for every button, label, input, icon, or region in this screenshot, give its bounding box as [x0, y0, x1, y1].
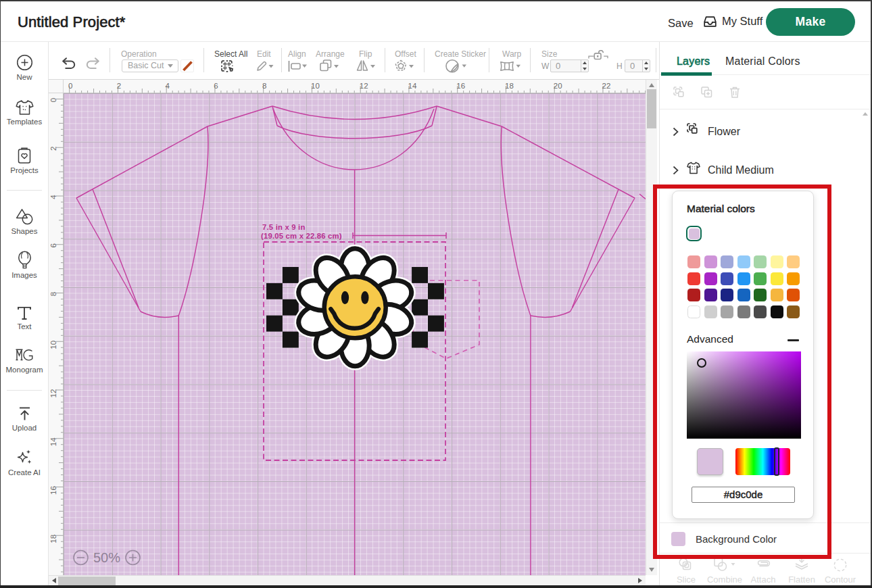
palette-swatch-a825c6[interactable] [704, 272, 717, 285]
palette-swatch-1565c0[interactable] [737, 289, 750, 301]
background-color-swatch[interactable] [671, 532, 685, 546]
scroll-left-icon[interactable] [52, 578, 56, 583]
palette-swatch-ffffff[interactable] [687, 305, 700, 318]
palette-swatch-1a2384[interactable] [721, 289, 733, 301]
selected-material-color[interactable] [686, 226, 702, 241]
palette-swatch-8a5a18[interactable] [787, 305, 800, 318]
chevron-right-icon[interactable] [673, 127, 679, 137]
save-button[interactable]: Save [668, 17, 694, 30]
create-sticker-icon[interactable] [445, 59, 467, 74]
palette-swatch-4a4a4a[interactable] [754, 305, 767, 318]
group-layer-icon [687, 123, 700, 135]
edit-label[interactable]: Edit [257, 49, 271, 59]
palette-swatch-ef9a9a[interactable] [687, 255, 700, 268]
sidebar-item-upload[interactable]: Upload [0, 406, 49, 432]
palette-swatch-90caf9[interactable] [737, 255, 750, 268]
svg-text:14: 14 [408, 82, 417, 90]
arrange-icon[interactable] [320, 59, 340, 72]
tab-layers[interactable]: Layers [677, 55, 710, 68]
width-input[interactable]: 0 [550, 59, 589, 72]
palette-swatch-ffcc80[interactable] [787, 255, 800, 268]
select-all-label[interactable]: Select All [214, 49, 247, 59]
palette-swatch-fff59d[interactable] [771, 255, 783, 268]
arrange-label[interactable]: Arrange [316, 49, 345, 59]
palette-swatch-2196f3[interactable] [737, 272, 750, 285]
operation-dropdown[interactable]: Basic Cut [122, 59, 178, 72]
create-sticker-label[interactable]: Create Sticker [435, 49, 486, 59]
lock-open-icon[interactable] [588, 50, 608, 61]
background-color-row[interactable]: Background Color [660, 526, 872, 553]
upload-icon [0, 406, 49, 422]
offset-icon[interactable] [395, 59, 414, 73]
offset-label[interactable]: Offset [395, 49, 416, 59]
hue-slider-handle[interactable] [774, 447, 779, 476]
align-icon[interactable] [288, 61, 307, 72]
hex-color-input[interactable]: #d9c0de [692, 487, 795, 503]
my-stuff-button[interactable]: My Stuff [704, 15, 762, 28]
height-input[interactable]: 0 [625, 59, 650, 72]
sidebar-item-new[interactable]: New [0, 54, 49, 81]
palette-swatch-9fa8da[interactable] [721, 255, 733, 268]
sidebar-item-label: Monogram [0, 366, 49, 374]
palette-swatch-7a7a7a[interactable] [737, 305, 750, 318]
width-stepper[interactable] [581, 60, 588, 72]
flip-icon[interactable] [356, 59, 375, 72]
align-label[interactable]: Align [288, 49, 306, 59]
palette-swatch-ce93d8[interactable] [704, 255, 717, 268]
collapse-icon[interactable] [788, 339, 799, 341]
palette-swatch-ef3b33[interactable] [687, 272, 700, 285]
palette-swatch-fce839[interactable] [771, 272, 783, 285]
palette-swatch-f5b63e[interactable] [771, 289, 783, 301]
layer-row-child-medium[interactable]: Child Medium [660, 151, 872, 189]
tool-contour[interactable]: Contour [820, 558, 861, 586]
palette-swatch-a5a5a5[interactable] [721, 305, 733, 318]
design-mat[interactable]: 7.5 in x 9 in(19.05 cm x 22.86 cm)50% [64, 93, 646, 575]
redo-icon[interactable] [84, 57, 101, 70]
saturation-gradient[interactable] [687, 351, 801, 439]
horizontal-scroll-thumb[interactable] [58, 577, 116, 585]
palette-swatch-4caf50[interactable] [754, 272, 767, 285]
pen-color-swatch[interactable] [180, 59, 194, 72]
design-canvas[interactable]: 0246810121416182022 024681012141618 7.5 … [49, 80, 659, 585]
sidebar-item-monogram[interactable]: Monogram [0, 348, 49, 374]
sidebar-item-text[interactable]: Text [0, 305, 49, 330]
tab-material-colors[interactable]: Material Colors [725, 55, 800, 68]
group-icon[interactable] [673, 87, 685, 98]
palette-swatch-e05206[interactable] [787, 289, 800, 301]
warp-label[interactable]: Warp [502, 49, 521, 59]
palette-swatch-3d4db7[interactable] [721, 272, 733, 285]
scroll-down-icon[interactable] [649, 568, 654, 572]
vertical-scroll-thumb[interactable] [647, 89, 656, 128]
trash-icon[interactable] [729, 87, 740, 98]
scroll-up-icon[interactable] [649, 83, 654, 87]
palette-swatch-20681f[interactable] [754, 289, 767, 301]
svg-text:0: 0 [49, 98, 57, 102]
undo-icon[interactable] [61, 57, 77, 70]
chevron-down-icon [168, 64, 173, 68]
palette-swatch-0d0d0d[interactable] [771, 305, 783, 318]
horizontal-scrollbar[interactable] [49, 575, 646, 585]
vertical-scrollbar[interactable] [646, 80, 657, 575]
chevron-right-icon[interactable] [673, 166, 679, 175]
sidebar-item-images[interactable]: Images [0, 251, 49, 279]
scroll-right-icon[interactable] [638, 578, 642, 583]
layer-row-flower[interactable]: Flower [660, 113, 872, 151]
warp-icon[interactable] [500, 62, 520, 71]
make-button[interactable]: Make [766, 8, 855, 36]
palette-swatch-f79b00[interactable] [787, 272, 800, 285]
palette-swatch-a5d6a7[interactable] [754, 255, 767, 268]
sidebar-item-templates[interactable]: Templates [0, 99, 49, 126]
gradient-cursor[interactable] [697, 358, 706, 368]
sidebar-item-create-ai[interactable]: Create AI [0, 449, 49, 476]
hue-slider[interactable] [735, 448, 790, 475]
flip-label[interactable]: Flip [359, 49, 372, 59]
sidebar-item-projects[interactable]: Projects [0, 147, 49, 174]
palette-swatch-b01d1d[interactable] [687, 289, 700, 301]
select-all-icon[interactable] [221, 60, 234, 73]
sidebar-item-shapes[interactable]: Shapes [0, 208, 49, 235]
height-stepper[interactable] [642, 60, 650, 72]
duplicate-icon[interactable] [701, 87, 713, 98]
palette-swatch-4f1693[interactable] [704, 289, 717, 301]
edit-pencil-icon[interactable] [255, 59, 275, 73]
palette-swatch-cfcfcf[interactable] [704, 305, 717, 318]
